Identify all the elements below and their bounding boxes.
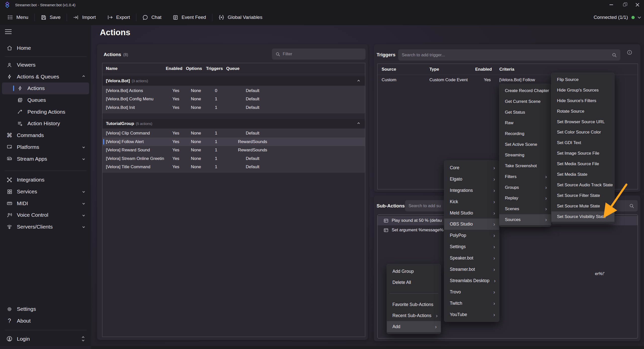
menu-item[interactable]: Kick › [444,196,499,207]
menu-item[interactable]: Recent Sub-Actions › [387,310,441,321]
menu-item[interactable]: Recording › [499,128,551,139]
export-label: Export [116,15,130,20]
menu-item[interactable]: › [387,288,441,299]
submenu-arrow-icon: › [493,289,495,295]
sidebar-item-services[interactable]: Services [2,186,89,198]
action-row[interactable]: [Velora.Bot] Config Menu Yes None 1 Defa… [102,95,365,104]
action-row[interactable]: [Velora] Clip Command Yes None 1 Default [102,129,365,138]
menu-item[interactable]: Scenes › [499,204,551,214]
sidebar-item-integrations[interactable]: Integrations [2,174,89,186]
menu-item[interactable]: Set Image Source File › [551,148,614,159]
sidebar-item-home[interactable]: Home [2,42,89,54]
action-row[interactable]: [Velora] Reward Sound Yes None 1 RewardS… [102,146,365,155]
info-icon[interactable] [627,50,632,56]
global-variables-button[interactable]: Global Variables [213,12,268,23]
menu-item[interactable]: Get Current Scene › [499,96,551,107]
sidebar-collapse-button[interactable] [5,29,12,35]
menu-item[interactable]: Speaker.bot › [444,252,499,264]
action-row[interactable]: [Velora] Follow Alert Yes None 1 RewardS… [102,138,365,146]
menu-item[interactable]: Add › [387,321,441,332]
chat-button[interactable]: Chat [137,12,167,23]
sidebar-divider [5,56,87,57]
import-icon [73,14,79,20]
menu-item[interactable]: Streaming › [499,150,551,161]
sidebar-item-pending-actions[interactable]: Pending Actions [2,106,89,118]
sidebar-item-login[interactable]: Login [2,333,89,345]
menu-item[interactable]: Replay › [499,193,551,204]
menu-item[interactable]: Add Group › [387,266,441,277]
gear-icon [6,306,13,312]
submenu-arrow-icon: › [545,217,547,223]
menu-item[interactable]: Core › [444,162,499,173]
restore-icon [623,4,626,6]
save-button[interactable]: Save [35,12,66,23]
menu-button[interactable]: Menu [2,12,34,23]
menu-item[interactable]: Set Media Source File › [551,159,614,169]
connection-status[interactable]: Connected (1/1) [594,15,640,20]
actions-table: Name Enabled Options Triggers Queue [Vel… [102,63,365,337]
menu-item[interactable]: Filters › [499,171,551,182]
sidebar-item-viewers[interactable]: Viewers [2,59,89,71]
lightning-icon [17,85,23,91]
menu-item[interactable]: Sources › [499,214,551,225]
menu-item[interactable]: Hide Group's Sources › [551,85,614,96]
filter-input[interactable]: Filter [272,49,366,60]
sidebar-item-settings[interactable]: Settings [2,303,89,315]
sidebar-item-commands[interactable]: ⌘ Commands [2,129,89,141]
app-window: Streamer.bot - Streamer.bot (v1.0.4) Men… [0,0,644,349]
menu-item[interactable]: Set Browser Source URL › [551,117,614,127]
menu-item[interactable]: Raw › [499,118,551,128]
sidebar-item-voice-control[interactable]: Voice Control [2,209,89,221]
menu-item[interactable]: Flip Source › [551,74,614,85]
menu-item[interactable]: Streamer.bot › [444,264,499,275]
sidebar-item-midi[interactable]: MIDI [2,197,89,209]
action-row[interactable]: [Velora.Bot] Init Yes None 1 Default [102,103,365,112]
group-header-velorabot[interactable]: [Velora.Bot] (3 actions) [102,76,365,86]
menu-item[interactable]: Settings › [444,241,499,252]
submenu-arrow-icon: › [545,174,547,180]
menu-item[interactable]: Favorite Sub-Actions › [387,299,441,310]
action-row[interactable]: [Velora.Bot] Actions Yes None 0 Default [102,86,365,95]
menu-item[interactable]: Set GDI Text › [551,138,614,148]
minimize-button[interactable] [605,0,618,10]
action-row[interactable]: [Velora] Stream Online Greetin Yes None … [102,154,365,163]
menu-item[interactable]: Set Active Scene › [499,139,551,150]
sidebar-item-servers-clients[interactable]: Servers/Clients [2,221,89,233]
sidebar-item-queues[interactable]: Queues [2,94,89,106]
menu-item[interactable]: Integrations › [444,185,499,196]
menu-item[interactable]: Trovo › [444,286,499,298]
menu-item[interactable]: Set Color Source Color › [551,127,614,138]
export-button[interactable]: Export [101,12,136,23]
menu-item[interactable]: Meld Studio › [444,207,499,219]
submenu-arrow-icon: › [493,255,495,261]
toolbar-separator [34,14,35,21]
menu-item[interactable]: YouTube › [444,309,499,320]
menu-item[interactable]: Create Record Chapter › [499,85,551,96]
group-header-tutorialgroup[interactable]: TutorialGroup (5 actions) [102,119,365,128]
menu-item[interactable]: Elgato › [444,173,499,185]
menu-item[interactable]: Delete All › [387,277,441,288]
submenu-arrow-icon: › [545,195,547,201]
menu-item[interactable]: Hide Source's Filters › [551,96,614,106]
sidebar-item-action-history[interactable]: Action History [2,118,89,129]
triggers-panel-title: Triggers [377,52,395,58]
menu-item[interactable]: Rotate Source › [551,106,614,117]
sidebar-item-actions-queues[interactable]: Actions & Queues [2,71,89,82]
sidebar-item-stream-apps[interactable]: Stream Apps [2,153,89,165]
close-button[interactable] [631,0,644,10]
menu-item[interactable]: Groups › [499,182,551,193]
trigger-search-input[interactable]: Search to add trigger... [398,49,620,61]
menu-item[interactable]: Get Status › [499,107,551,118]
menu-item[interactable]: PolyPop › [444,230,499,241]
sidebar-item-platforms[interactable]: Platforms [2,141,89,153]
menu-item[interactable]: OBS Studio › [444,219,499,230]
sidebar-item-actions[interactable]: Actions [2,82,89,94]
import-button[interactable]: Import [67,12,101,23]
action-row[interactable]: [Velora] Title Command Yes None 1 Defaul… [102,163,365,171]
menu-item[interactable]: Streamlabs Desktop › [444,275,499,286]
menu-item[interactable]: Take Screenshot › [499,161,551,171]
event-feed-button[interactable]: Event Feed [167,12,212,23]
menu-item[interactable]: Twitch › [444,298,499,309]
restore-button[interactable] [618,0,631,10]
sidebar-item-about[interactable]: ? About [2,315,89,327]
